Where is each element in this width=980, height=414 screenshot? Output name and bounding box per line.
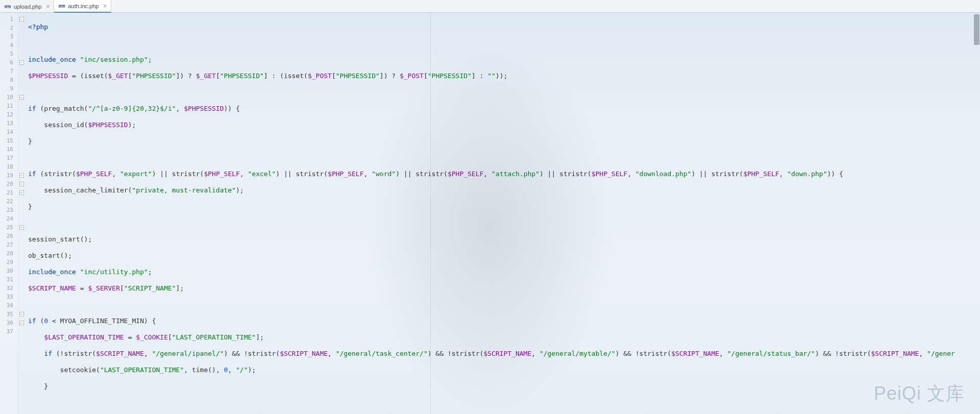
line-number: 25: [0, 223, 17, 232]
fold-toggle-icon[interactable]: −: [19, 321, 24, 325]
line-number: 36: [0, 319, 17, 327]
line-number: 23: [0, 206, 17, 214]
vertical-scrollbar[interactable]: [974, 14, 979, 45]
line-number: 7: [0, 67, 17, 76]
php-icon: php: [58, 3, 65, 10]
line-number: 19: [0, 171, 17, 180]
code-editor[interactable]: 1234567891011121314151617181920212223242…: [0, 13, 980, 414]
line-number-gutter: 1234567891011121314151617181920212223242…: [0, 13, 18, 414]
php-icon: php: [4, 3, 11, 10]
line-number: 26: [0, 232, 17, 240]
line-number: 9: [0, 84, 17, 93]
fold-toggle-icon[interactable]: −: [19, 173, 24, 178]
line-number: 4: [0, 41, 17, 50]
line-number: 18: [0, 162, 17, 171]
line-number: 15: [0, 136, 17, 145]
line-number: 30: [0, 266, 17, 275]
line-number: 21: [0, 188, 17, 197]
code-area[interactable]: <?php include_once "inc/session.php"; $P…: [25, 13, 980, 414]
line-number: 14: [0, 128, 17, 136]
tab-upload[interactable]: php upload.php ×: [0, 0, 54, 13]
close-icon[interactable]: ×: [46, 3, 50, 10]
fold-toggle-icon[interactable]: −: [19, 182, 24, 186]
tab-label: upload.php: [14, 4, 41, 10]
fold-toggle-icon[interactable]: −: [19, 225, 24, 230]
line-number: 29: [0, 258, 17, 266]
line-number: 24: [0, 214, 17, 223]
fold-toggle-icon[interactable]: −: [19, 60, 24, 65]
fold-toggle-icon[interactable]: −: [19, 95, 24, 100]
line-number: 22: [0, 197, 17, 206]
tab-auth[interactable]: php auth.inc.php ×: [54, 0, 111, 13]
line-number: 5: [0, 50, 17, 58]
fold-gutter: −−−−−−−−−: [18, 13, 25, 414]
fold-toggle-icon[interactable]: −: [19, 190, 24, 195]
line-number: 33: [0, 293, 17, 301]
line-number: 13: [0, 119, 17, 128]
svg-text:php: php: [6, 5, 10, 8]
tab-bar: php upload.php × php auth.inc.php ×: [0, 0, 980, 13]
line-number: 27: [0, 240, 17, 249]
line-number: 20: [0, 180, 17, 188]
line-number: 10: [0, 93, 17, 102]
line-number: 3: [0, 32, 17, 41]
line-number: 28: [0, 249, 17, 258]
line-number: 2: [0, 23, 17, 32]
line-number: 31: [0, 275, 17, 284]
line-number: 12: [0, 110, 17, 119]
line-number: 34: [0, 301, 17, 310]
tab-label: auth.inc.php: [68, 3, 99, 9]
line-number: 17: [0, 154, 17, 162]
line-number: 16: [0, 145, 17, 154]
line-number: 35: [0, 310, 17, 319]
close-icon[interactable]: ×: [103, 3, 107, 10]
line-number: 8: [0, 76, 17, 84]
line-number: 11: [0, 102, 17, 110]
fold-toggle-icon[interactable]: −: [19, 312, 24, 316]
line-number: 37: [0, 327, 17, 336]
line-number: 32: [0, 284, 17, 293]
svg-text:php: php: [60, 5, 64, 7]
line-number: 1: [0, 15, 17, 23]
fold-toggle-icon[interactable]: −: [19, 17, 24, 21]
line-number: 6: [0, 58, 17, 67]
